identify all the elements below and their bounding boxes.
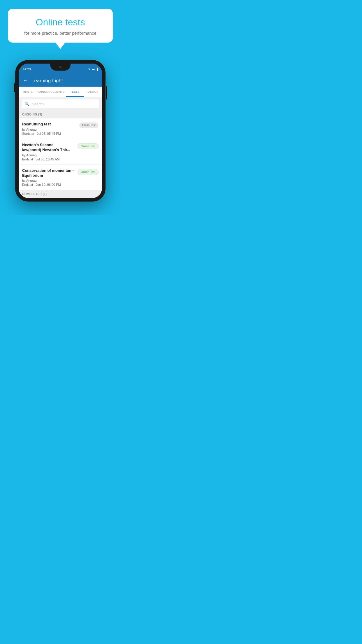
speech-bubble: Online tests for more practice, better p… <box>8 9 113 43</box>
test-info: Reshuffling test by Anurag Starts at Jul… <box>22 122 76 135</box>
status-icons: ▼ ◂▸ ▐ <box>88 68 98 71</box>
test-date: Starts at Jul 05, 05:45 PM <box>22 132 76 135</box>
test-item[interactable]: Conservation of momentum-Equilibrium by … <box>19 165 102 190</box>
signal-icon: ◂▸ <box>92 68 95 71</box>
app-title: Learning Light <box>31 78 63 84</box>
test-name: Conservation of momentum-Equilibrium <box>22 168 75 178</box>
tab-announcements[interactable]: ANNOUNCEMENTS <box>37 87 66 97</box>
test-item[interactable]: Newton's Second law(contd)-Newton's Thir… <box>19 139 102 165</box>
tab-tests[interactable]: TESTS <box>66 87 84 97</box>
back-button[interactable]: ← <box>23 78 28 84</box>
app-header: ← Learning Light <box>19 75 102 87</box>
search-icon: 🔍 <box>24 102 29 106</box>
bubble-subtitle: for more practice, better performance <box>17 31 103 36</box>
battery-icon: ▐ <box>96 68 98 71</box>
bubble-title: Online tests <box>17 17 103 28</box>
test-info: Newton's Second law(contd)-Newton's Thir… <box>22 143 75 161</box>
phone-screen: 14:29 ▼ ◂▸ ▐ ← Learning Light MENTS <box>19 64 102 198</box>
test-name: Reshuffling test <box>22 122 76 127</box>
speech-bubble-area: Online tests for more practice, better p… <box>0 0 121 46</box>
phone-wrapper: 14:29 ▼ ◂▸ ▐ ← Learning Light MENTS <box>15 60 106 202</box>
test-date: Ends at Jun 10, 06:00 PM <box>22 183 75 186</box>
search-bar[interactable]: 🔍 Search <box>22 99 99 108</box>
section-completed-header: COMPLETED (1) <box>19 190 102 198</box>
test-date: Ends at Jul 06, 10:45 AM <box>22 158 75 161</box>
section-ongoing-header: ONGOING (3) <box>19 111 102 118</box>
tabs-bar: MENTS ANNOUNCEMENTS TESTS VIDEOS <box>19 87 102 97</box>
test-by: by Anurag <box>22 153 75 157</box>
test-list: Reshuffling test by Anurag Starts at Jul… <box>19 118 102 190</box>
tab-videos[interactable]: VIDEOS <box>84 87 102 97</box>
status-time: 14:29 <box>23 67 31 71</box>
test-badge-online: Online Test <box>78 143 99 149</box>
test-info: Conservation of momentum-Equilibrium by … <box>22 168 75 187</box>
test-badge-class: Class Test <box>79 123 99 128</box>
notch-cutout <box>50 64 71 71</box>
camera-dot <box>59 66 61 68</box>
test-item[interactable]: Reshuffling test by Anurag Starts at Jul… <box>19 118 102 139</box>
search-container: 🔍 Search <box>19 97 102 111</box>
wifi-icon: ▼ <box>88 68 91 71</box>
test-badge-online: Online Test <box>78 169 99 175</box>
test-name: Newton's Second law(contd)-Newton's Thir… <box>22 143 75 153</box>
test-by: by Anurag <box>22 179 75 182</box>
phone-outer: 14:29 ▼ ◂▸ ▐ ← Learning Light MENTS <box>15 60 106 202</box>
test-by: by Anurag <box>22 128 76 131</box>
tab-ments[interactable]: MENTS <box>19 87 37 97</box>
search-input[interactable]: Search <box>32 102 44 106</box>
status-bar: 14:29 ▼ ◂▸ ▐ <box>19 64 102 75</box>
